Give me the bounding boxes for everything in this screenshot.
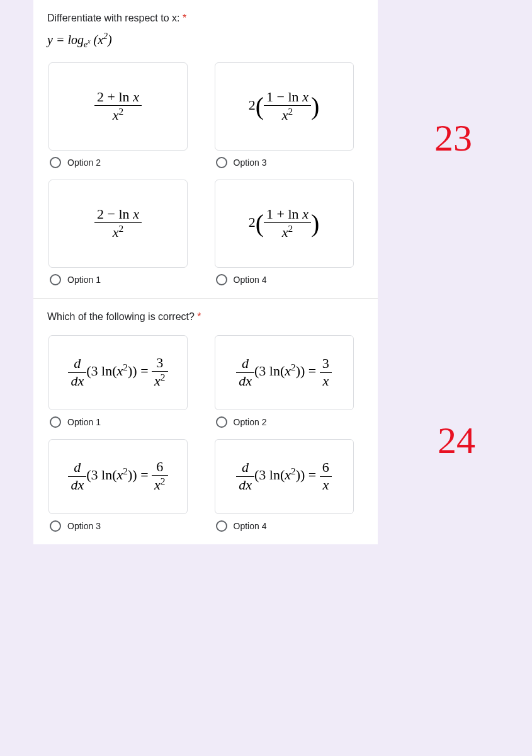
q2-title: Which of the following is correct? * <box>47 311 364 323</box>
q1-option-2-image: 2 + ln x x2 <box>48 62 188 151</box>
q2-option-1: d dx (3 ln(x2)) = 3 x2 Option 1 <box>48 335 197 428</box>
q1-option-4: 2( 1 + ln x x2 ) Option 4 <box>215 180 363 285</box>
q2-option-2-radio[interactable]: Option 2 <box>215 416 363 428</box>
radio-icon <box>50 520 61 532</box>
q1-option-2: 2 + ln x x2 Option 2 <box>48 62 197 168</box>
q1-option-2-radio[interactable]: Option 2 <box>48 157 197 168</box>
q1-option-2-label: Option 2 <box>67 158 101 168</box>
q1-option-4-radio[interactable]: Option 4 <box>215 274 363 285</box>
q1-option-4-label: Option 4 <box>234 275 267 285</box>
radio-icon <box>50 416 61 428</box>
q2-option-1-radio[interactable]: Option 1 <box>48 416 197 428</box>
q1-option-1-label: Option 1 <box>67 275 101 285</box>
q2-option-2-label: Option 2 <box>234 417 267 427</box>
annotation-24: 24 <box>438 419 475 462</box>
radio-icon <box>216 274 227 285</box>
q2-option-3-radio[interactable]: Option 3 <box>48 520 197 532</box>
radio-icon <box>216 416 227 428</box>
required-marker: * <box>179 13 186 23</box>
q1-option-1-image: 2 − ln x x2 <box>48 180 188 268</box>
q1-option-1-radio[interactable]: Option 1 <box>48 274 197 285</box>
q1-option-3-label: Option 3 <box>234 158 267 168</box>
q2-option-4-image: d dx (3 ln(x2)) = 6 x <box>215 439 354 514</box>
radio-icon <box>50 157 61 168</box>
q2-option-3-label: Option 3 <box>67 521 101 531</box>
q1-option-1: 2 − ln x x2 Option 1 <box>48 180 197 285</box>
q2-option-3-image: d dx (3 ln(x2)) = 6 x2 <box>48 439 188 514</box>
q2-option-4-label: Option 4 <box>234 521 267 531</box>
q1-options-grid: 2 + ln x x2 Option 2 2( 1 − ln x <box>47 62 364 285</box>
q2-option-3: d dx (3 ln(x2)) = 6 x2 Option 3 <box>48 439 197 532</box>
q1-formula: y = logex (x2) <box>47 32 364 50</box>
q2-option-2: d dx (3 ln(x2)) = 3 x Option 2 <box>215 335 363 428</box>
annotation-23: 23 <box>434 117 472 160</box>
q2-option-1-label: Option 1 <box>67 417 101 427</box>
q1-option-4-image: 2( 1 + ln x x2 ) <box>215 180 354 268</box>
question-1: Differentiate with respect to x: * y = l… <box>33 0 378 299</box>
q1-title: Differentiate with respect to x: * <box>47 13 364 24</box>
q1-option-3-radio[interactable]: Option 3 <box>215 157 363 168</box>
q2-option-2-image: d dx (3 ln(x2)) = 3 x <box>215 335 354 410</box>
q1-option-3: 2( 1 − ln x x2 ) Option 3 <box>215 62 363 168</box>
radio-icon <box>216 520 227 532</box>
q2-option-1-image: d dx (3 ln(x2)) = 3 x2 <box>48 335 188 410</box>
question-2: Which of the following is correct? * d d… <box>33 299 378 544</box>
radio-icon <box>50 274 61 285</box>
q2-options-grid: d dx (3 ln(x2)) = 3 x2 Option 1 <box>47 335 364 532</box>
radio-icon <box>216 157 227 168</box>
q1-option-3-image: 2( 1 − ln x x2 ) <box>215 62 354 151</box>
q2-option-4: d dx (3 ln(x2)) = 6 x Option 4 <box>215 439 363 532</box>
q2-option-4-radio[interactable]: Option 4 <box>215 520 363 532</box>
required-marker: * <box>195 311 201 322</box>
